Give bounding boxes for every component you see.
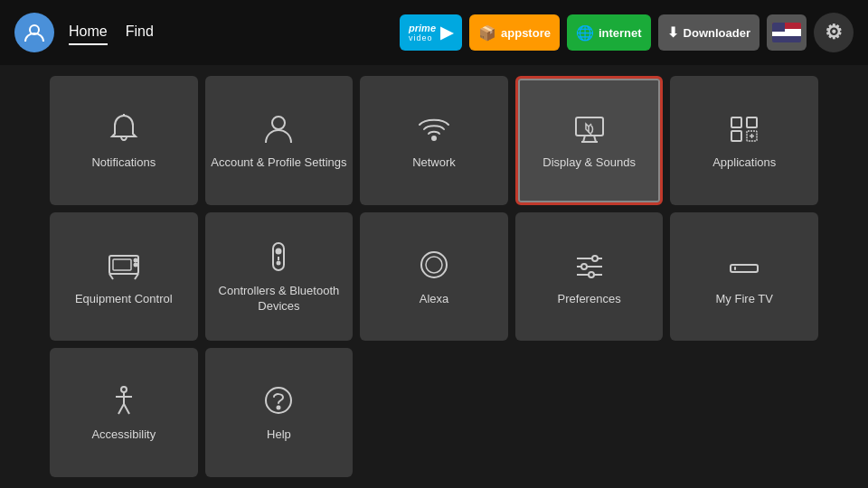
internet-button[interactable]: 🌐 internet <box>567 14 651 51</box>
svg-point-26 <box>421 252 447 277</box>
svg-point-27 <box>426 257 442 273</box>
svg-point-3 <box>432 136 436 140</box>
network-item[interactable]: Network <box>360 76 508 205</box>
nav-home[interactable]: Home <box>69 20 108 45</box>
display-icon <box>571 110 608 146</box>
help-label: Help <box>263 427 295 443</box>
svg-point-23 <box>277 249 281 254</box>
applications-item[interactable]: Applications <box>670 76 818 205</box>
controllers-bluetooth-label: Controllers & Bluetooth Devices <box>205 284 354 314</box>
controllers-bluetooth-item[interactable]: Controllers & Bluetooth Devices <box>205 212 354 342</box>
display-sounds-item[interactable]: Display & Sounds <box>515 76 664 205</box>
alexa-icon <box>416 247 452 283</box>
account-profile-label: Account & Profile Settings <box>207 155 350 171</box>
accessibility-item[interactable]: Accessibility <box>50 348 198 477</box>
applications-label: Applications <box>709 155 779 171</box>
svg-point-33 <box>589 272 594 277</box>
svg-line-39 <box>118 404 124 414</box>
downloader-button[interactable]: ⬇ Downloader <box>658 14 760 51</box>
settings-grid: Notifications Account & Profile Settings… <box>0 65 868 488</box>
appstore-button[interactable]: 📦 appstore <box>469 14 560 51</box>
display-sounds-label: Display & Sounds <box>539 155 639 171</box>
svg-point-21 <box>134 263 137 266</box>
svg-point-32 <box>581 264 587 269</box>
network-label: Network <box>409 155 459 171</box>
equipment-control-item[interactable]: Equipment Control <box>50 212 198 342</box>
apps-icon <box>726 110 762 146</box>
nav-links: Home Find <box>69 20 154 45</box>
us-flag-icon <box>772 23 801 42</box>
my-fire-tv-label: My Fire TV <box>712 292 777 307</box>
svg-rect-19 <box>113 259 131 270</box>
alexa-label: Alexa <box>416 292 453 307</box>
nav-find[interactable]: Find <box>126 20 154 45</box>
alexa-item[interactable]: Alexa <box>360 212 508 342</box>
my-fire-tv-item[interactable]: My Fire TV <box>670 212 818 342</box>
equipment-control-label: Equipment Control <box>71 292 176 307</box>
notifications-label: Notifications <box>88 155 159 171</box>
svg-point-2 <box>272 117 285 129</box>
svg-point-36 <box>121 387 127 392</box>
account-profile-item[interactable]: Account & Profile Settings <box>205 76 354 205</box>
svg-rect-10 <box>731 117 741 127</box>
header-icons: prime video ▶ 📦 appstore 🌐 internet ⬇ Do… <box>400 13 854 52</box>
remote-icon <box>260 239 297 275</box>
svg-rect-11 <box>747 117 757 127</box>
person-icon <box>260 110 297 146</box>
svg-point-42 <box>278 407 280 409</box>
header: Home Find prime video ▶ 📦 appstore 🌐 int… <box>0 0 868 65</box>
firetv-icon <box>726 247 762 283</box>
avatar[interactable] <box>14 13 54 52</box>
accessibility-icon <box>106 382 142 418</box>
preferences-label: Preferences <box>554 292 625 307</box>
svg-line-6 <box>594 136 596 142</box>
svg-point-25 <box>278 262 280 265</box>
preferences-item[interactable]: Preferences <box>515 212 664 342</box>
accessibility-label: Accessibility <box>88 427 159 443</box>
help-item[interactable]: Help <box>205 348 354 477</box>
settings-button[interactable]: ⚙ <box>814 13 854 52</box>
sliders-icon <box>571 247 608 283</box>
gear-icon: ⚙ <box>825 21 843 44</box>
svg-line-5 <box>583 136 585 142</box>
notifications-item[interactable]: Notifications <box>50 76 198 205</box>
svg-rect-12 <box>731 131 741 141</box>
wifi-icon <box>416 110 452 146</box>
svg-point-31 <box>592 256 598 261</box>
tv-icon <box>106 247 142 283</box>
language-flag-button[interactable] <box>767 14 807 51</box>
svg-point-20 <box>134 258 137 261</box>
prime-video-button[interactable]: prime video ▶ <box>400 14 462 51</box>
bell-icon <box>106 110 142 146</box>
help-icon <box>260 382 297 418</box>
svg-line-40 <box>124 404 129 414</box>
